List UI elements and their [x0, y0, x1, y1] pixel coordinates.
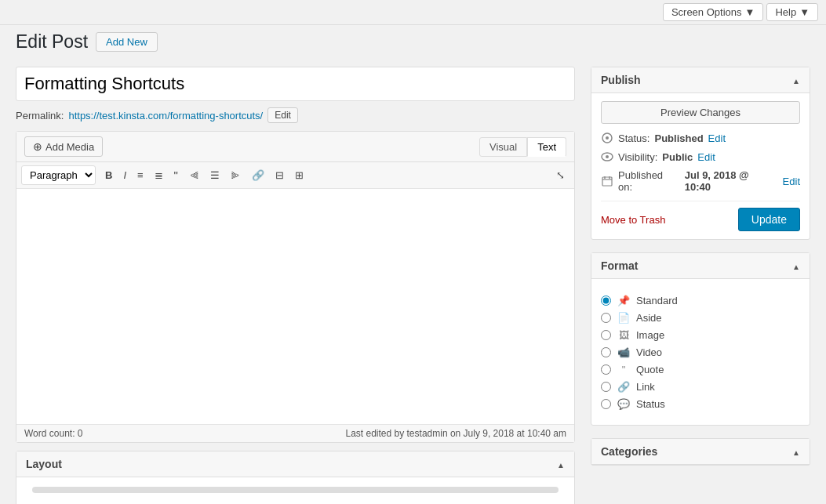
video-icon: 📹	[617, 346, 630, 358]
publish-chevron-icon	[792, 74, 800, 86]
link-button[interactable]: 🔗	[247, 167, 269, 183]
blockquote-button[interactable]: "	[169, 166, 183, 184]
publish-metabox-body: Preview Changes Status: Published Edit	[591, 93, 810, 239]
unordered-list-button[interactable]: ≡	[133, 167, 148, 183]
help-button[interactable]: Help ▼	[766, 3, 818, 21]
format-item-aside: 📄 Aside	[601, 309, 800, 326]
format-radio-status[interactable]	[601, 399, 611, 409]
visibility-label: Visibility:	[618, 151, 657, 163]
tab-text[interactable]: Text	[527, 137, 566, 157]
post-title-input[interactable]	[16, 67, 575, 101]
image-icon: 🖼	[617, 328, 630, 341]
visibility-edit-link[interactable]: Edit	[697, 151, 715, 163]
table-button[interactable]: ⊞	[290, 167, 308, 183]
permalink-row: Permalink: https://test.kinsta.com/forma…	[16, 107, 575, 123]
format-label-image: Image	[636, 329, 664, 341]
format-list: 📌 Standard 📄 Aside 🖼 Image	[601, 287, 800, 417]
svg-point-1	[606, 136, 609, 140]
add-media-button[interactable]: ⊕ Add Media	[24, 136, 103, 157]
unlink-button[interactable]: ⊟	[271, 167, 289, 183]
status-value: Published	[654, 132, 703, 144]
format-label-standard: Standard	[636, 295, 678, 306]
format-item-standard: 📌 Standard	[601, 292, 800, 309]
align-center-button[interactable]: ☰	[206, 167, 224, 183]
word-count-text: Word count: 0	[24, 428, 83, 439]
screen-options-chevron: ▼	[745, 6, 755, 18]
format-radio-aside[interactable]	[601, 313, 611, 323]
update-button[interactable]: Update	[738, 208, 800, 231]
screen-options-button[interactable]: Screen Options ▼	[663, 3, 763, 21]
format-metabox-body: 📌 Standard 📄 Aside 🖼 Image	[591, 279, 810, 425]
top-bar: Screen Options ▼ Help ▼	[0, 0, 826, 25]
add-media-label: Add Media	[45, 141, 94, 153]
quote-icon: "	[617, 363, 630, 375]
format-radio-video[interactable]	[601, 347, 611, 357]
aside-icon: 📄	[617, 311, 630, 324]
word-count-value: 0	[78, 428, 83, 439]
published-label: Published on:	[618, 169, 680, 193]
permalink-link[interactable]: https://test.kinsta.com/formatting-short…	[68, 110, 263, 121]
format-label-video: Video	[636, 346, 662, 358]
sidebar: Publish Preview Changes Status: Publishe…	[591, 67, 810, 478]
svg-rect-4	[602, 177, 612, 186]
format-radio-link[interactable]	[601, 382, 611, 392]
layout-chevron-icon	[557, 459, 565, 470]
published-value: Jul 9, 2018 @ 10:40	[685, 169, 778, 193]
move-to-trash-link[interactable]: Move to Trash	[601, 214, 665, 226]
permalink-label: Permalink:	[16, 110, 64, 121]
format-chevron-icon	[792, 260, 800, 272]
editor-area: Permalink: https://test.kinsta.com/forma…	[16, 67, 575, 504]
align-right-button[interactable]: ⫸	[226, 167, 246, 183]
help-chevron: ▼	[799, 6, 810, 18]
categories-chevron-icon	[792, 446, 800, 458]
categories-title: Categories	[601, 445, 657, 458]
layout-section-header[interactable]: Layout	[16, 451, 574, 477]
format-item-status: 💬 Status	[601, 395, 800, 412]
visibility-value: Public	[662, 151, 693, 163]
format-metabox: Format 📌 Standard 📄 Aside	[591, 252, 810, 426]
publish-footer: Move to Trash Update	[601, 201, 800, 231]
bold-button[interactable]: B	[100, 167, 117, 183]
preview-changes-button[interactable]: Preview Changes	[601, 101, 800, 124]
status-format-icon: 💬	[617, 397, 630, 410]
layout-section: Layout	[16, 451, 575, 504]
ordered-list-button[interactable]: ≣	[150, 167, 168, 183]
publish-title: Publish	[601, 74, 641, 86]
svg-point-3	[606, 155, 609, 158]
format-item-quote: " Quote	[601, 361, 800, 378]
wp-editor-wrap: ⊕ Add Media Visual Text Paragraph B I ≡ …	[16, 131, 575, 443]
italic-button[interactable]: I	[118, 167, 131, 183]
format-label-quote: Quote	[636, 364, 664, 375]
format-radio-quote[interactable]	[601, 364, 611, 375]
add-media-icon: ⊕	[33, 140, 42, 153]
layout-scroll[interactable]	[32, 487, 559, 493]
status-edit-link[interactable]: Edit	[708, 132, 726, 144]
calendar-icon	[601, 175, 613, 187]
format-radio-image[interactable]	[601, 330, 611, 340]
publish-metabox-header[interactable]: Publish	[591, 67, 810, 93]
format-item-image: 🖼 Image	[601, 326, 800, 343]
align-left-button[interactable]: ⫷	[184, 167, 204, 183]
word-count-bar: Word count: 0 Last edited by testadmin o…	[16, 424, 574, 442]
published-edit-link[interactable]: Edit	[783, 176, 800, 187]
format-radio-standard[interactable]	[601, 296, 611, 306]
permalink-edit-button[interactable]: Edit	[267, 107, 298, 123]
add-new-button[interactable]: Add New	[96, 32, 158, 52]
tab-visual[interactable]: Visual	[479, 137, 527, 157]
paragraph-select[interactable]: Paragraph	[21, 165, 96, 185]
page-title: Edit Post	[16, 31, 88, 53]
visibility-icon	[601, 150, 613, 163]
editor-tabs: Visual Text	[479, 137, 566, 157]
help-label: Help	[775, 6, 796, 18]
status-icon	[601, 132, 613, 144]
last-edited-text: Last edited by testadmin on July 9, 2018…	[345, 428, 566, 439]
link-icon: 🔗	[617, 380, 630, 393]
editor-toolbar: Paragraph B I ≡ ≣ " ⫷ ☰ ⫸ 🔗 ⊟ ⊞ ⤡	[16, 162, 574, 189]
expand-toolbar-button[interactable]: ⤡	[551, 166, 569, 184]
layout-section-title: Layout	[26, 458, 62, 470]
published-date-row: Published on: Jul 9, 2018 @ 10:40 Edit	[601, 169, 800, 193]
format-title: Format	[601, 259, 638, 272]
format-metabox-header[interactable]: Format	[591, 253, 810, 279]
editor-content[interactable]	[16, 189, 574, 424]
categories-metabox-header[interactable]: Categories	[591, 439, 810, 465]
